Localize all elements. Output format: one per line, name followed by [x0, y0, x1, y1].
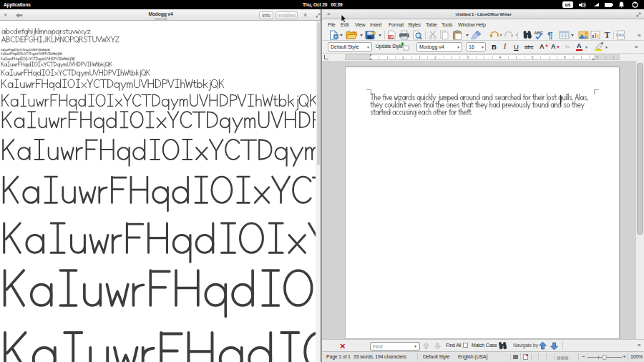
svg-text:¶: ¶: [547, 30, 553, 40]
svg-text:T: T: [605, 30, 610, 40]
